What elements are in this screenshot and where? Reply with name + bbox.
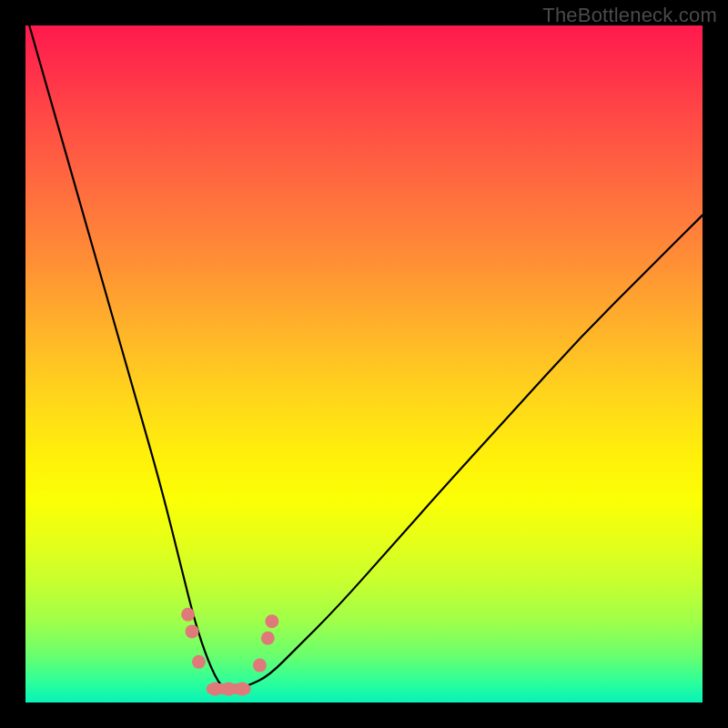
data-marker <box>253 659 267 672</box>
data-marker <box>208 682 222 696</box>
data-marker <box>222 682 236 696</box>
data-marker <box>236 682 249 696</box>
plot-area <box>25 25 703 703</box>
data-marker <box>186 624 199 638</box>
chart-svg <box>25 25 703 703</box>
data-marker <box>261 632 275 645</box>
bottleneck-curve <box>25 25 703 689</box>
data-marker <box>181 608 195 622</box>
watermark-text: TheBottleneck.com <box>542 4 717 27</box>
chart-frame: TheBottleneck.com <box>0 0 728 728</box>
data-marker <box>265 614 278 628</box>
data-marker <box>192 655 206 669</box>
